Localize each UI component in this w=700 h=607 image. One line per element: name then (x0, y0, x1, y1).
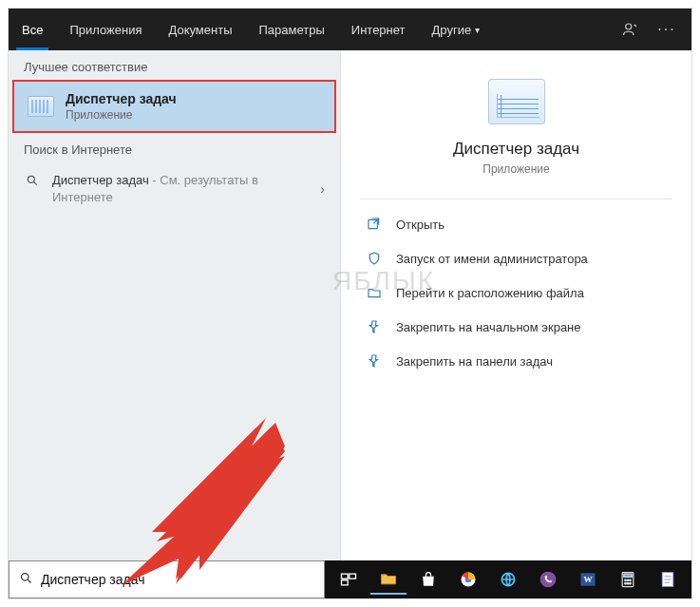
browser-icon[interactable] (490, 564, 526, 595)
action-open[interactable]: Открыть (352, 207, 680, 241)
svg-rect-6 (342, 574, 349, 579)
action-open-location[interactable]: Перейти к расположению файла (352, 275, 680, 310)
action-pin-taskbar[interactable]: Закрепить на панели задач (352, 344, 680, 378)
tab-more[interactable]: Другие ▾ (419, 9, 494, 50)
web-search-label: Поиск в Интернете (9, 133, 340, 162)
tab-all[interactable]: Все (9, 9, 56, 50)
open-icon (366, 216, 383, 233)
actions-list: Открыть Запуск от имени администратора П… (341, 207, 691, 378)
task-manager-large-icon (488, 79, 545, 124)
action-run-admin-label: Запуск от имени администратора (396, 252, 588, 266)
best-match-label: Лучшее соответствие (9, 50, 340, 80)
tab-internet[interactable]: Интернет (338, 9, 419, 50)
result-task-manager[interactable]: Диспетчер задач Приложение (12, 80, 336, 133)
pin-start-icon (366, 318, 383, 335)
store-icon[interactable] (410, 564, 446, 595)
svg-point-22 (630, 582, 632, 584)
web-result[interactable]: Диспетчер задач - См. результаты в Интер… (9, 162, 340, 216)
search-icon (19, 571, 33, 588)
taskbar-search[interactable] (9, 560, 325, 598)
taskbar-icons: W (325, 560, 691, 598)
tab-apps[interactable]: Приложения (56, 9, 155, 50)
search-tabs: Все Приложения Документы Параметры Интер… (9, 9, 691, 50)
svg-point-20 (625, 582, 627, 584)
svg-point-21 (627, 582, 629, 584)
action-pin-start-label: Закрепить на начальном экране (396, 320, 581, 334)
shield-icon (366, 250, 383, 267)
svg-point-17 (625, 579, 627, 581)
calculator-icon[interactable] (610, 564, 646, 595)
svg-point-0 (626, 24, 632, 29)
task-view-icon[interactable] (331, 564, 367, 595)
notepad-icon[interactable] (650, 564, 686, 595)
tab-settings[interactable]: Параметры (245, 9, 337, 50)
word-icon[interactable]: W (570, 564, 606, 595)
web-result-text: Диспетчер задач - См. результаты в Интер… (52, 172, 309, 206)
action-pin-start[interactable]: Закрепить на начальном экране (352, 310, 680, 344)
divider (360, 199, 672, 199)
svg-line-5 (28, 579, 30, 582)
preview-name: Диспетчер задач (453, 140, 579, 159)
svg-point-12 (540, 572, 557, 588)
svg-line-2 (34, 182, 37, 185)
file-explorer-icon[interactable] (370, 564, 407, 595)
svg-point-18 (627, 579, 629, 581)
more-options-icon[interactable]: ··· (653, 16, 680, 43)
tab-documents[interactable]: Документы (155, 9, 245, 50)
chevron-down-icon: ▾ (475, 25, 480, 35)
svg-rect-7 (350, 574, 356, 579)
svg-point-4 (22, 574, 29, 581)
results-left-pane: Лучшее соответствие Диспетчер задач Прил… (9, 50, 341, 560)
feedback-icon[interactable] (617, 16, 644, 43)
svg-text:W: W (583, 575, 593, 584)
action-open-location-label: Перейти к расположению файла (396, 286, 584, 300)
preview-type: Приложение (482, 162, 549, 176)
svg-rect-16 (624, 574, 632, 577)
task-manager-icon (28, 96, 54, 117)
taskbar: W (9, 560, 691, 598)
chrome-icon[interactable] (450, 564, 486, 595)
pin-taskbar-icon (366, 352, 383, 370)
search-panel: Все Приложения Документы Параметры Интер… (8, 8, 692, 599)
chevron-right-icon: › (320, 181, 325, 197)
result-title: Диспетчер задач (66, 91, 177, 106)
results-right-pane: Диспетчер задач Приложение Открыть Запус… (341, 50, 691, 560)
svg-rect-8 (342, 580, 349, 585)
results-body: Лучшее соответствие Диспетчер задач Прил… (9, 50, 691, 560)
viber-icon[interactable] (530, 564, 566, 595)
web-result-term: Диспетчер задач (52, 173, 149, 187)
folder-icon (366, 284, 383, 301)
svg-point-19 (630, 579, 632, 581)
search-icon (24, 174, 41, 190)
preview: Диспетчер задач Приложение (341, 69, 691, 195)
action-pin-taskbar-label: Закрепить на панели задач (396, 354, 553, 369)
action-open-label: Открыть (396, 218, 445, 232)
action-run-admin[interactable]: Запуск от имени администратора (352, 241, 680, 275)
search-input[interactable] (41, 572, 314, 587)
result-subtitle: Приложение (66, 108, 177, 122)
tab-more-label: Другие (432, 23, 472, 37)
svg-point-1 (28, 176, 34, 182)
